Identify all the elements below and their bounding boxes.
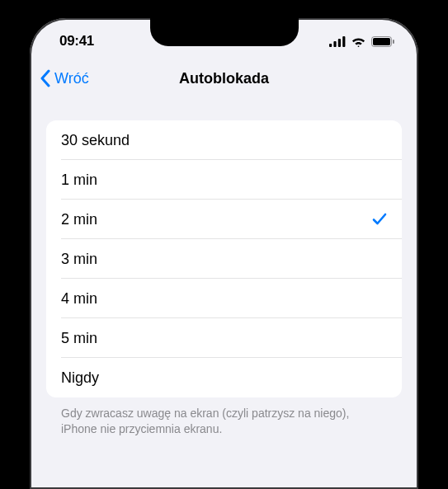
options-list: 30 sekund1 min2 min3 min4 min5 minNigdy (46, 120, 402, 397)
svg-rect-5 (373, 38, 390, 45)
list-item[interactable]: 30 sekund (46, 120, 402, 160)
svg-rect-1 (333, 41, 336, 47)
list-item[interactable]: 1 min (46, 160, 402, 200)
svg-rect-3 (342, 36, 345, 47)
svg-rect-0 (329, 44, 332, 47)
option-label: 30 sekund (61, 132, 130, 149)
page-title: Autoblokada (179, 70, 269, 87)
list-item[interactable]: 5 min (46, 318, 402, 358)
chevron-left-icon (40, 69, 51, 87)
status-time: 09:41 (59, 28, 94, 49)
checkmark-icon (372, 212, 387, 227)
status-icons (329, 31, 395, 47)
list-item[interactable]: Nigdy (46, 358, 402, 397)
footer-text: Gdy zwracasz uwagę na ekran (czyli patrz… (46, 397, 402, 437)
option-label: 2 min (61, 211, 97, 228)
option-label: Nigdy (61, 369, 99, 387)
option-label: 3 min (61, 251, 97, 268)
phone-frame: 09:41 Wróć Autoblokada (20, 8, 428, 489)
back-label: Wróć (54, 70, 89, 87)
back-button[interactable]: Wróć (40, 69, 89, 87)
option-label: 1 min (61, 172, 97, 189)
content: 30 sekund1 min2 min3 min4 min5 minNigdy … (30, 97, 418, 437)
list-item[interactable]: 4 min (46, 279, 402, 318)
list-item[interactable]: 2 min (46, 200, 402, 239)
battery-icon (371, 36, 395, 47)
wifi-icon (351, 36, 366, 47)
nav-bar: Wróć Autoblokada (30, 59, 418, 97)
option-label: 4 min (61, 290, 97, 308)
notch (150, 18, 299, 46)
cellular-icon (329, 36, 346, 47)
svg-rect-6 (393, 40, 394, 44)
svg-rect-2 (338, 39, 341, 47)
option-label: 5 min (61, 330, 97, 347)
list-item[interactable]: 3 min (46, 239, 402, 279)
